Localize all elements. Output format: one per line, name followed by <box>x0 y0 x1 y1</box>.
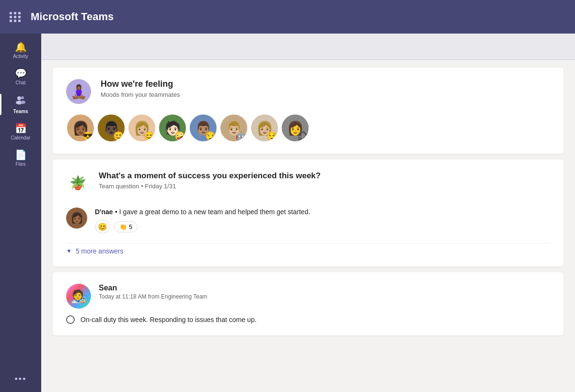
answer-avatar: 👩🏾 <box>66 208 87 229</box>
mood-avatar-7[interactable]: 👩🏼 😌 <box>250 114 279 142</box>
answer-author: D'nae <box>95 208 113 216</box>
clap-reaction[interactable]: 👏 5 <box>114 221 138 232</box>
mood-avatar-4[interactable]: 🧑🏻 🤪 <box>158 114 187 142</box>
top-header: Microsoft Teams <box>0 0 575 34</box>
sidebar-item-chat[interactable]: 💬 Chat <box>0 64 41 90</box>
sidebar-label-calendar: Calendar <box>11 135 31 140</box>
svg-point-1 <box>21 96 24 99</box>
mood-avatars-row: 👩🏾 😎 👨🏿 😊 👩🏼 😊 🧑🏻 🤪 <box>66 114 550 142</box>
question-card-icon: 🪴 <box>66 171 89 194</box>
sean-card: 🧑‍🎨 Sean Today at 11:18 AM from Engineer… <box>53 272 564 335</box>
sean-meta: Today at 11:18 AM from Engineering Team <box>99 293 207 300</box>
sean-info: Sean Today at 11:18 AM from Engineering … <box>99 284 207 300</box>
sean-task-row: On-call duty this week. Responding to is… <box>66 315 550 324</box>
teams-icon <box>15 95 26 107</box>
sidebar-label-files: Files <box>15 161 25 167</box>
activity-icon: 🔔 <box>15 42 27 52</box>
chevron-down-icon: ▼ <box>66 248 72 254</box>
mood-card-avatar: 🧘🏾‍♀️ <box>66 79 91 104</box>
mood-card: 🧘🏾‍♀️ How we're feeling Moods from your … <box>53 68 564 154</box>
app-title: Microsoft Teams <box>31 11 114 23</box>
mood-avatar-2[interactable]: 👨🏿 😊 <box>97 114 126 142</box>
feed: 🧘🏾‍♀️ How we're feeling Moods from your … <box>41 60 575 392</box>
question-card-info: What's a moment of success you experienc… <box>99 171 321 190</box>
answer-row: 👩🏾 D'nae • I gave a great demo to a new … <box>66 202 550 239</box>
sean-avatar: 🧑‍🎨 <box>66 284 91 309</box>
question-card: 🪴 What's a moment of success you experie… <box>53 160 564 266</box>
main-layout: 🔔 Activity 💬 Chat Teams 📅 Calendar 📄 <box>0 34 575 392</box>
svg-point-3 <box>21 101 25 104</box>
more-answers-label: 5 more answers <box>76 247 124 255</box>
sidebar-item-teams[interactable]: Teams <box>0 90 41 119</box>
app-launcher-icon[interactable] <box>10 12 21 22</box>
more-answers-button[interactable]: ▼ 5 more answers <box>66 243 550 255</box>
answer-reactions: 😊 👏 5 <box>95 220 550 233</box>
sidebar-item-files[interactable]: 📄 Files <box>0 145 41 172</box>
svg-point-0 <box>17 96 21 100</box>
mood-avatar-8[interactable]: 👩 🎧 <box>281 114 310 142</box>
sean-card-header: 🧑‍🎨 Sean Today at 11:18 AM from Engineer… <box>66 284 550 309</box>
answer-content: D'nae • I gave a great demo to a new tea… <box>95 208 550 233</box>
calendar-icon: 📅 <box>15 124 27 133</box>
add-reaction-button[interactable]: 😊 <box>95 220 110 233</box>
content-area: 🧘🏾‍♀️ How we're feeling Moods from your … <box>41 34 575 392</box>
mood-avatar-3[interactable]: 👩🏼 😊 <box>127 114 156 142</box>
mood-avatar-1[interactable]: 👩🏾 😎 <box>66 114 95 142</box>
sidebar-item-calendar[interactable]: 📅 Calendar <box>0 119 41 145</box>
sidebar: 🔔 Activity 💬 Chat Teams 📅 Calendar 📄 <box>0 34 41 392</box>
chat-icon: 💬 <box>15 69 27 78</box>
files-icon: 📄 <box>15 150 27 160</box>
sean-task-text: On-call duty this week. Responding to is… <box>80 316 256 323</box>
mood-card-title: How we're feeling <box>101 79 180 89</box>
answer-text: • I gave a great demo to a new team and … <box>115 208 310 216</box>
mood-card-subtitle: Moods from your teammates <box>101 91 180 98</box>
sub-header <box>41 34 575 60</box>
mood-avatar-5[interactable]: 👨🏽 😏 <box>189 114 218 142</box>
sidebar-label-activity: Activity <box>13 54 28 59</box>
clap-count: 5 <box>129 223 132 231</box>
question-meta: Team question • Friday 1/31 <box>99 183 321 190</box>
task-radio[interactable] <box>66 315 75 324</box>
sidebar-more-button[interactable]: ••• <box>15 374 27 384</box>
clap-emoji: 👏 <box>119 223 127 231</box>
sidebar-label-teams: Teams <box>13 109 28 114</box>
mood-avatar-6[interactable]: 👨🏼 🤖 <box>219 114 248 142</box>
sidebar-item-activity[interactable]: 🔔 Activity <box>0 37 41 64</box>
sidebar-label-chat: Chat <box>15 80 25 85</box>
question-title: What's a moment of success you experienc… <box>99 171 321 181</box>
mood-card-info: How we're feeling Moods from your teamma… <box>101 79 180 98</box>
sean-name: Sean <box>99 284 207 292</box>
